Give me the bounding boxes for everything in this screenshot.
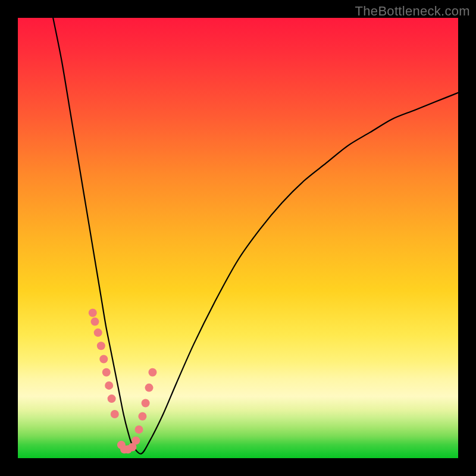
curve-layer <box>18 18 458 458</box>
data-point <box>94 328 102 337</box>
data-point <box>138 412 146 421</box>
bottleneck-curve <box>53 18 458 454</box>
data-point <box>111 410 119 418</box>
data-point <box>145 384 154 392</box>
plot-area <box>18 18 458 458</box>
data-point <box>108 394 116 403</box>
data-point <box>102 368 111 377</box>
data-point <box>120 445 129 453</box>
watermark-text: TheBottleneck.com <box>355 4 470 19</box>
data-point <box>91 318 99 326</box>
data-point <box>97 342 105 350</box>
chart-frame: TheBottleneck.com <box>0 0 476 476</box>
data-point <box>89 309 97 317</box>
data-point <box>142 399 150 408</box>
data-point <box>148 368 156 377</box>
data-point <box>124 445 132 453</box>
data-point <box>128 443 136 452</box>
data-point <box>105 381 113 390</box>
data-point <box>117 441 126 449</box>
data-point <box>99 355 108 364</box>
data-point <box>131 436 140 444</box>
data-point <box>135 425 143 434</box>
